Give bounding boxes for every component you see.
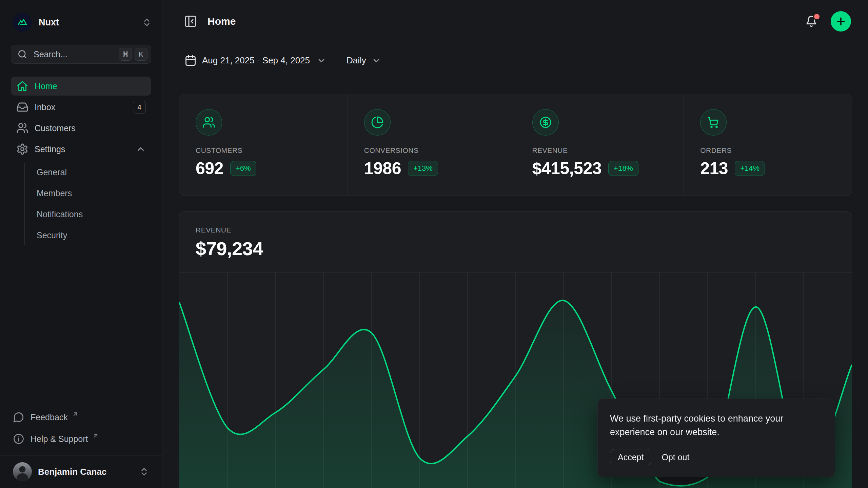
arrow-up-right-icon bbox=[72, 411, 79, 418]
chevron-down-icon bbox=[317, 56, 326, 65]
nav-label: Customers bbox=[35, 123, 76, 133]
sidebar-toggle-button[interactable] bbox=[184, 15, 197, 28]
date-range-picker[interactable]: Aug 21, 2025 - Sep 4, 2025 bbox=[184, 55, 326, 67]
page-title: Home bbox=[208, 16, 236, 27]
team-switcher[interactable]: Nuxt bbox=[13, 13, 152, 32]
avatar bbox=[13, 462, 32, 481]
stat-label: CUSTOMERS bbox=[196, 146, 341, 155]
circle-dollar-icon bbox=[532, 109, 559, 136]
search-shortcut: ⌘ K bbox=[119, 48, 147, 61]
arrow-up-right-icon bbox=[92, 432, 99, 439]
nav-label: Security bbox=[37, 230, 67, 240]
team-row: Nuxt bbox=[0, 0, 162, 32]
sidebar-item-security[interactable]: Security bbox=[37, 226, 151, 245]
page-header: Home bbox=[162, 0, 868, 43]
stat-revenue[interactable]: REVENUE $415,523 +18% bbox=[516, 94, 684, 196]
nav-label: Notifications bbox=[37, 209, 83, 219]
opt-out-button[interactable]: Opt out bbox=[662, 452, 689, 462]
sidebar-item-members[interactable]: Members bbox=[37, 184, 151, 203]
inbox-count-badge: 4 bbox=[133, 101, 146, 114]
user-menu[interactable]: Benjamin Canac bbox=[11, 462, 151, 481]
sidebar-spacer bbox=[0, 245, 162, 408]
message-circle-icon bbox=[13, 411, 24, 423]
user-name: Benjamin Canac bbox=[38, 467, 106, 477]
stat-orders[interactable]: ORDERS 213 +14% bbox=[684, 94, 852, 196]
sidebar-item-settings[interactable]: Settings bbox=[11, 140, 151, 159]
nav-label: General bbox=[37, 167, 67, 177]
revenue-value: $79,234 bbox=[196, 238, 835, 260]
kbd-k: K bbox=[135, 48, 147, 61]
search-icon bbox=[17, 49, 27, 59]
chevrons-up-down-icon bbox=[139, 467, 149, 477]
sidebar-item-notifications[interactable]: Notifications bbox=[37, 205, 151, 224]
nav-label: Settings bbox=[35, 144, 65, 154]
stats-card: CUSTOMERS 692 +6% CONVERSIONS 1986 +13% bbox=[179, 94, 852, 196]
stat-label: ORDERS bbox=[700, 146, 845, 155]
search-input[interactable]: Search... ⌘ K bbox=[11, 45, 151, 64]
sidebar-nav: Home Inbox 4 Customers Settings Genera bbox=[11, 77, 151, 245]
chevrons-up-down-icon bbox=[142, 17, 152, 27]
inbox-icon bbox=[16, 101, 28, 113]
stat-value: 213 bbox=[700, 159, 728, 178]
shopping-cart-icon bbox=[700, 109, 727, 136]
stat-value: $415,523 bbox=[532, 159, 602, 178]
stat-delta-badge: +14% bbox=[735, 161, 765, 176]
stat-value: 692 bbox=[196, 159, 223, 178]
header-actions bbox=[805, 11, 851, 32]
chevron-up-icon bbox=[136, 144, 146, 154]
cookie-message: We use first-party cookies to enhance yo… bbox=[610, 412, 823, 439]
user-section: Benjamin Canac bbox=[0, 455, 162, 488]
sidebar-item-home[interactable]: Home bbox=[11, 77, 151, 96]
sidebar-footer-links: Feedback Help & Support bbox=[0, 408, 162, 455]
sidebar-item-inbox[interactable]: Inbox 4 bbox=[11, 98, 151, 117]
link-label: Feedback bbox=[31, 412, 68, 422]
cookie-banner: We use first-party cookies to enhance yo… bbox=[597, 399, 835, 477]
sidebar: Nuxt Search... ⌘ K Home Inbox 4 bbox=[0, 0, 162, 488]
stat-delta-badge: +6% bbox=[230, 161, 256, 176]
sidebar-item-customers[interactable]: Customers bbox=[11, 119, 151, 138]
date-range-label: Aug 21, 2025 - Sep 4, 2025 bbox=[202, 55, 310, 66]
team-name: Nuxt bbox=[39, 17, 59, 28]
stat-conversions[interactable]: CONVERSIONS 1986 +13% bbox=[348, 94, 516, 196]
toolbar: Aug 21, 2025 - Sep 4, 2025 Daily bbox=[162, 43, 868, 78]
search-placeholder: Search... bbox=[34, 49, 67, 59]
pie-chart-icon bbox=[364, 109, 391, 136]
revenue-label: REVENUE bbox=[196, 226, 835, 234]
link-label: Help & Support bbox=[31, 434, 88, 444]
users-icon bbox=[16, 122, 28, 134]
stat-delta-badge: +13% bbox=[408, 161, 438, 176]
home-icon bbox=[16, 80, 28, 92]
nav-label: Members bbox=[37, 188, 72, 198]
sidebar-item-general[interactable]: General bbox=[37, 163, 151, 182]
accept-button[interactable]: Accept bbox=[610, 449, 651, 465]
calendar-icon bbox=[184, 55, 197, 67]
nav-label: Home bbox=[35, 81, 57, 91]
notifications-button[interactable] bbox=[805, 15, 818, 28]
chevron-down-icon bbox=[372, 56, 381, 65]
stat-label: CONVERSIONS bbox=[364, 146, 509, 155]
notification-dot bbox=[814, 14, 820, 19]
stat-customers[interactable]: CUSTOMERS 692 +6% bbox=[179, 94, 348, 196]
info-icon bbox=[13, 433, 24, 445]
gear-icon bbox=[16, 143, 28, 155]
kbd-meta-icon: ⌘ bbox=[119, 48, 132, 61]
sidebar-item-feedback[interactable]: Feedback bbox=[13, 408, 149, 427]
panel-left-close-icon bbox=[184, 15, 197, 28]
stat-delta-badge: +18% bbox=[608, 161, 638, 176]
granularity-select[interactable]: Daily bbox=[347, 55, 381, 66]
users-icon bbox=[196, 109, 222, 136]
stat-label: REVENUE bbox=[532, 146, 677, 155]
plus-icon bbox=[835, 16, 847, 27]
stat-value: 1986 bbox=[364, 159, 401, 178]
sidebar-item-help-support[interactable]: Help & Support bbox=[13, 429, 149, 448]
settings-subnav: General Members Notifications Security bbox=[24, 163, 151, 245]
granularity-label: Daily bbox=[347, 55, 366, 66]
nav-label: Inbox bbox=[35, 102, 55, 112]
nuxt-logo-icon bbox=[13, 13, 32, 32]
new-item-button[interactable] bbox=[831, 11, 851, 32]
